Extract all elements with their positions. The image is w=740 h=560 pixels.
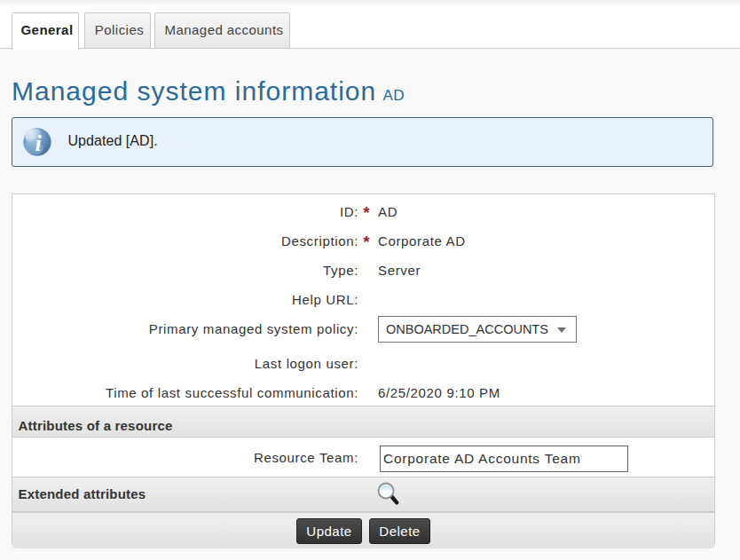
svg-text:i: i bbox=[35, 130, 42, 156]
